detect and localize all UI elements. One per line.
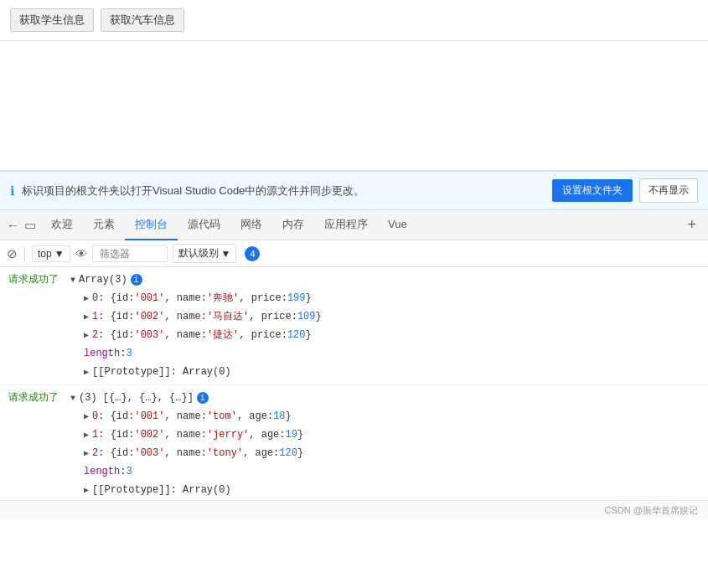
add-tab-button[interactable]: +	[682, 216, 701, 234]
entry-2-array-label: (3) [{…}, {…}, {…}]	[79, 390, 194, 405]
expand-item-1-icon[interactable]: ▶	[84, 311, 89, 323]
car-info-button[interactable]: 获取汽车信息	[101, 8, 184, 32]
devtools-tabs-bar: ← ▭ 欢迎 元素 控制台 源代码 网络 内存 应用程序 Vue +	[0, 210, 708, 240]
tab-vue[interactable]: Vue	[378, 211, 417, 239]
entry-1-content: ▼ Array(3) i ▶ 0 : {id: '001' , name: '奔…	[67, 267, 708, 384]
log-level-select[interactable]: 默认级别 ▼	[173, 244, 237, 263]
dock-icon[interactable]: ▭	[24, 218, 36, 233]
info-bar-text: 标识项目的根文件夹以打开Visual Studio Code中的源文件并同步更改…	[22, 183, 545, 199]
entry-1-key-0: 0	[92, 291, 98, 306]
devtools-area: ← ▭ 欢迎 元素 控制台 源代码 网络 内存 应用程序 Vue + ⊘ top…	[0, 210, 708, 520]
entry-2-item-2: ▶ 2 : {id: '003' , name: 'tony' , age: 1…	[70, 444, 708, 462]
entry-1-item-1: ▶ 1 : {id: '002' , name: '马自达' , price: …	[70, 307, 708, 326]
context-select[interactable]: top ▼	[32, 245, 70, 262]
entry-1-summary-line: ▼ Array(3) i	[70, 271, 708, 289]
entry-2-content: ▼ (3) [{…}, {…}, {…}] i ▶ 0 : {id: '001'…	[67, 385, 708, 500]
console-toolbar: ⊘ top ▼ 👁 默认级别 ▼ 4	[0, 240, 708, 267]
dismiss-button[interactable]: 不再显示	[639, 178, 698, 203]
entry-2-item-0: ▶ 0 : {id: '001' , name: 'tom' , age: 18…	[70, 407, 708, 426]
entry-2-label: 请求成功了	[0, 385, 67, 410]
info-icon: ℹ	[10, 183, 15, 199]
empty-area	[0, 41, 708, 171]
toolbar-divider-1	[24, 246, 25, 261]
entry-2-info-icon: i	[197, 392, 209, 404]
tab-memory[interactable]: 内存	[272, 210, 314, 240]
set-root-folder-button[interactable]: 设置根文件夹	[552, 179, 633, 202]
expand-proto-icon-2[interactable]: ▶	[84, 484, 89, 497]
entry-2-length: length : 3	[70, 462, 708, 481]
tab-network[interactable]: 网络	[230, 210, 272, 240]
expand-arrow-2[interactable]: ▼	[70, 392, 75, 405]
entry-1-prototype: ▶ [[Prototype]]: Array(0)	[70, 363, 708, 381]
eye-icon[interactable]: 👁	[75, 247, 87, 260]
tab-source[interactable]: 源代码	[178, 210, 230, 240]
entry-2-prototype: ▶ [[Prototype]]: Array(0)	[70, 481, 708, 499]
back-icon[interactable]: ←	[7, 218, 19, 232]
info-bar: ℹ 标识项目的根文件夹以打开Visual Studio Code中的源文件并同步…	[0, 171, 708, 210]
filter-input[interactable]	[92, 245, 168, 262]
entry-1-info-icon: i	[131, 274, 142, 286]
watermark-text: CSDN @振华首席娱记	[605, 505, 698, 515]
entry-1-item-0: ▶ 0 : {id: '001' , name: '奔驰' , price: 1…	[70, 289, 708, 307]
entry-1-item-2: ▶ 2 : {id: '003' , name: '捷达' , price: 1…	[70, 326, 708, 344]
expand-s-item-2-icon[interactable]: ▶	[84, 447, 89, 460]
tab-elements[interactable]: 元素	[83, 210, 125, 240]
entry-1-length: length : 3	[70, 344, 708, 363]
tab-welcome[interactable]: 欢迎	[41, 210, 83, 240]
expand-item-2-icon[interactable]: ▶	[84, 329, 89, 342]
clear-console-icon[interactable]: ⊘	[7, 246, 18, 261]
message-count-badge: 4	[245, 246, 260, 261]
log-level-label: 默认级别	[178, 246, 219, 260]
context-chevron-icon: ▼	[54, 248, 65, 260]
entry-2-item-1: ▶ 1 : {id: '002' , name: 'jerry' , age: …	[70, 426, 708, 444]
console-entry-1: 请求成功了 ▼ Array(3) i ▶ 0 : {id: '001' , na…	[0, 267, 708, 385]
entry-2-summary-line: ▼ (3) [{…}, {…}, {…}] i	[70, 389, 708, 407]
expand-arrow-1[interactable]: ▼	[70, 274, 75, 286]
context-label: top	[38, 248, 52, 260]
log-level-chevron-icon: ▼	[221, 248, 231, 260]
top-buttons-area: 获取学生信息 获取汽车信息	[0, 0, 708, 41]
expand-item-0-icon[interactable]: ▶	[84, 292, 89, 305]
expand-proto-icon-1[interactable]: ▶	[84, 366, 89, 379]
entry-1-array-label: Array(3)	[79, 272, 127, 287]
footer-watermark: CSDN @振华首席娱记	[0, 500, 708, 520]
console-output: 请求成功了 ▼ Array(3) i ▶ 0 : {id: '001' , na…	[0, 267, 708, 500]
expand-s-item-0-icon[interactable]: ▶	[84, 410, 89, 423]
entry-1-label: 请求成功了	[0, 267, 67, 291]
tab-application[interactable]: 应用程序	[314, 210, 378, 240]
console-entry-2: 请求成功了 ▼ (3) [{…}, {…}, {…}] i ▶ 0 : {id:…	[0, 385, 708, 500]
student-info-button[interactable]: 获取学生信息	[10, 8, 94, 32]
badge-area: 4	[241, 246, 260, 261]
tab-console[interactable]: 控制台	[125, 210, 178, 240]
expand-s-item-1-icon[interactable]: ▶	[84, 429, 89, 441]
